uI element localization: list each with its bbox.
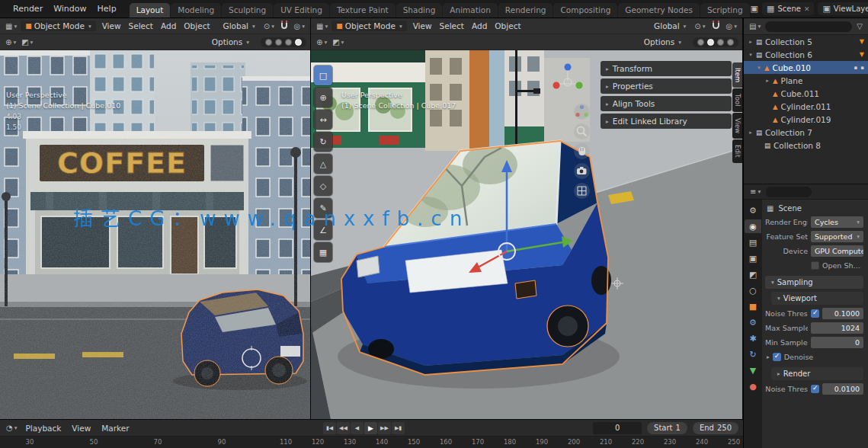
filter-icon[interactable]: ▽: [855, 22, 864, 30]
filter-exclude-icon[interactable]: ▼: [860, 38, 864, 45]
proportional-edit-icon[interactable]: ◎▾: [725, 22, 739, 30]
workspace-tab-rendering[interactable]: Rendering: [498, 3, 553, 18]
workspace-tab-geometry-nodes[interactable]: Geometry Nodes: [618, 3, 700, 18]
ortho-toggle-icon[interactable]: [574, 183, 590, 199]
proportional-edit-icon[interactable]: ◎▾: [293, 22, 307, 30]
section-viewport[interactable]: ▾Viewport: [771, 292, 863, 305]
denoise-row[interactable]: ▸ Denoise: [765, 350, 863, 364]
outliner-row-collection-6[interactable]: ▾▤Collection 6▼: [744, 48, 868, 61]
npanel-properties[interactable]: ▸Properties: [601, 78, 732, 94]
timeline-menu-view[interactable]: View: [66, 424, 96, 433]
workspace-tab-modeling[interactable]: Modeling: [171, 3, 221, 18]
properties-tab-physics[interactable]: ↻: [745, 347, 761, 361]
transport-button-5[interactable]: ▶▮: [392, 422, 405, 434]
shading-mode-material[interactable]: [285, 39, 292, 46]
viewport-menu-add[interactable]: Add: [157, 21, 180, 30]
noise-threshold-checkbox[interactable]: [811, 309, 819, 318]
osl-checkbox[interactable]: [811, 261, 819, 270]
transport-button-4[interactable]: ▶▶: [378, 422, 391, 434]
editor-type-icon[interactable]: ▦▾: [315, 22, 329, 30]
outliner-row-cylinder-019[interactable]: ▲Cylinder.019: [744, 113, 868, 126]
viewport-menu-select[interactable]: Select: [125, 21, 157, 30]
tool-scale[interactable]: △: [314, 154, 332, 174]
options-dropdown[interactable]: Options ▾: [639, 37, 686, 47]
workspace-tab-uv-editing[interactable]: UV Editing: [274, 3, 329, 18]
section-render[interactable]: ▸Render: [771, 367, 863, 380]
outliner-row-cube-011[interactable]: ▲Cube.011: [744, 87, 868, 100]
viewport-rendered[interactable]: ▦▾ ■ Object Mode ▾ ViewSelectAddObject G…: [0, 18, 311, 419]
menu-window[interactable]: Window: [48, 0, 91, 18]
start-frame-field[interactable]: Start 1: [647, 422, 687, 434]
npanel-tab-item[interactable]: Item: [732, 62, 742, 88]
snap-toggle-icon[interactable]: [281, 23, 287, 29]
disclosure-icon[interactable]: ▸: [764, 78, 771, 84]
noise-threshold-field[interactable]: 0.1000: [822, 308, 863, 319]
mode-selector[interactable]: ■ Object Mode ▾: [332, 21, 406, 31]
device-select[interactable]: GPU Compute ▾: [811, 245, 863, 257]
tool-move[interactable]: ↔: [314, 110, 332, 130]
snap-toggle-icon[interactable]: [713, 23, 719, 29]
properties-tab-world[interactable]: ○: [745, 283, 761, 297]
editor-type-icon[interactable]: ▦▾: [4, 22, 18, 30]
rendered-viewport-canvas[interactable]: COFFEE: [0, 50, 310, 419]
transport-button-3[interactable]: ▶: [364, 422, 377, 434]
transport-button-2[interactable]: ◀: [351, 422, 364, 434]
filter-exclude-icon[interactable]: ▼: [860, 51, 864, 58]
overlays-toggle-icon[interactable]: ◩▾: [20, 38, 34, 46]
unlink-scene-icon[interactable]: ✕: [804, 5, 810, 13]
shading-mode-rendered[interactable]: [727, 39, 734, 46]
menu-render[interactable]: Render: [8, 0, 48, 18]
shading-mode-wireframe[interactable]: [265, 39, 272, 46]
restriction-icon[interactable]: ▪: [854, 65, 858, 71]
workspace-tab-scripting[interactable]: Scripting: [700, 3, 750, 18]
npanel-tab-view[interactable]: View: [732, 113, 742, 139]
properties-tab-view-layer[interactable]: ▣: [745, 251, 761, 265]
transform-orientation[interactable]: Global ▾: [219, 21, 260, 31]
mode-selector[interactable]: ■ Object Mode ▾: [21, 21, 95, 31]
disclosure-icon[interactable]: ▸: [747, 39, 754, 45]
tool-cursor[interactable]: ⊕: [314, 88, 332, 107]
pan-hand-icon[interactable]: [574, 143, 590, 159]
tool-annotate[interactable]: ✎: [314, 198, 332, 218]
properties-tab-render[interactable]: ◉: [745, 219, 761, 233]
properties-editor-icon[interactable]: ≡▾: [748, 187, 762, 196]
properties-tab-particles[interactable]: ✱: [745, 331, 761, 345]
viewport-menu-view[interactable]: View: [98, 21, 125, 30]
workspace-tab-animation[interactable]: Animation: [443, 3, 498, 18]
browse-scene-icon[interactable]: ▣: [751, 4, 758, 14]
denoise-checkbox[interactable]: [773, 353, 781, 361]
tool-transform[interactable]: ◇: [314, 176, 332, 196]
disclosure-icon[interactable]: ▸: [747, 130, 754, 136]
npanel-transform[interactable]: ▸Transform: [601, 61, 732, 76]
workspace-tab-shading[interactable]: Shading: [396, 3, 443, 18]
npanel-tab-edit[interactable]: Edit: [732, 139, 742, 162]
properties-tab-tool[interactable]: ⚙: [745, 203, 761, 217]
transport-button-1[interactable]: ◀◀: [337, 422, 350, 434]
timeline[interactable]: ◔▾ PlaybackViewMarker ▮◀◀◀◀▶▶▶▶▮ 0 Start…: [0, 419, 743, 448]
current-frame-field[interactable]: 0: [593, 422, 642, 434]
timeline-menu-marker[interactable]: Marker: [96, 424, 134, 433]
render-noise-threshold-checkbox[interactable]: [811, 385, 819, 393]
viewport-menu-view[interactable]: View: [409, 21, 436, 30]
tool-rotate[interactable]: ↻: [314, 132, 332, 152]
shading-mode-rendered[interactable]: [295, 39, 302, 46]
properties-tab-object-data[interactable]: ▼: [745, 363, 761, 377]
viewport-menu-add[interactable]: Add: [468, 21, 491, 30]
render-noise-threshold-field[interactable]: 0.0100: [822, 383, 863, 395]
outliner-search-input[interactable]: [765, 21, 852, 32]
outliner-row-plane[interactable]: ▸▲Plane: [744, 74, 868, 87]
tool-select-box[interactable]: □: [314, 66, 332, 85]
shading-mode-material[interactable]: [717, 39, 724, 46]
section-sampling[interactable]: ▾Sampling: [765, 276, 863, 289]
min-samples-field[interactable]: 0: [811, 337, 863, 348]
options-dropdown[interactable]: Options ▾: [207, 37, 254, 47]
shading-mode-solid[interactable]: [275, 39, 282, 46]
scene-selector[interactable]: ▦ Scene ✕: [762, 2, 814, 15]
tool-measure[interactable]: ∠: [314, 220, 332, 240]
timeline-ruler[interactable]: 3050709011012013014015016017018019020021…: [0, 437, 743, 448]
orbit-gizmo-icon[interactable]: [574, 104, 590, 120]
render-engine-select[interactable]: Cycles ▾: [811, 216, 863, 228]
tool-add-cube[interactable]: ▦: [314, 242, 332, 262]
outliner-row-collection-5[interactable]: ▸▤Collection 5▼: [744, 35, 868, 48]
outliner-display-mode-icon[interactable]: ▤▾: [748, 22, 762, 30]
